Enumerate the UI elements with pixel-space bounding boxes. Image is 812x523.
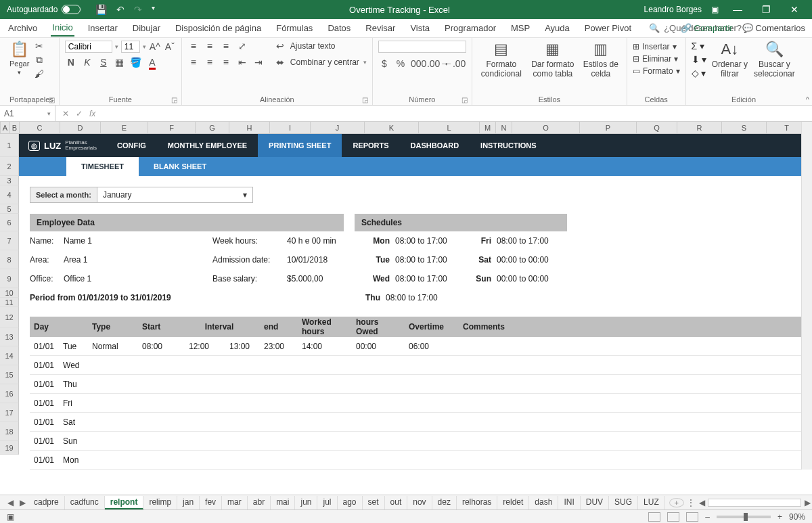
cut-icon[interactable]: ✂ bbox=[33, 41, 45, 51]
row-header[interactable]: 4 bbox=[0, 185, 19, 204]
cell-styles-button[interactable]: ▥Estilos de celda bbox=[581, 41, 621, 78]
align-middle-icon[interactable]: ≡ bbox=[204, 41, 216, 51]
tab-layout[interactable]: Disposición de página bbox=[174, 20, 263, 36]
row-header[interactable]: 5 bbox=[0, 204, 19, 214]
decrease-font-icon[interactable]: Aˇ bbox=[164, 41, 176, 52]
align-right-icon[interactable]: ≡ bbox=[220, 57, 232, 68]
comma-icon[interactable]: 000 bbox=[411, 58, 423, 69]
table-row[interactable]: 01/01TueNormal08:0012:0013:0023:0014:000… bbox=[30, 337, 801, 356]
paste-button[interactable]: 📋 Pegar ▾ bbox=[9, 41, 29, 76]
col-header[interactable]: L bbox=[419, 122, 480, 133]
row-header[interactable]: 11 bbox=[0, 298, 19, 307]
col-header[interactable]: O bbox=[512, 122, 580, 133]
italic-icon[interactable]: K bbox=[81, 57, 93, 68]
row-header[interactable]: 14 bbox=[0, 346, 19, 365]
orientation-icon[interactable]: ⤢ bbox=[236, 41, 248, 51]
confirm-formula-icon[interactable]: ✓ bbox=[76, 109, 83, 118]
table-row[interactable]: 01/01Wed bbox=[30, 356, 801, 375]
wrap-text-label[interactable]: Ajustar texto bbox=[290, 41, 336, 51]
clipboard-dialog-icon[interactable]: ◲ bbox=[49, 96, 55, 104]
col-header[interactable]: G bbox=[196, 122, 229, 133]
col-header[interactable]: N bbox=[496, 122, 512, 133]
name-box[interactable]: A1▾ bbox=[0, 106, 55, 121]
currency-icon[interactable]: $ bbox=[378, 58, 390, 69]
nav-reports[interactable]: REPORTS bbox=[342, 134, 399, 157]
qa-more-icon[interactable]: ▾ bbox=[152, 4, 155, 15]
indent-dec-icon[interactable]: ⇤ bbox=[236, 57, 248, 68]
row-header[interactable]: 1 bbox=[0, 134, 19, 157]
col-header[interactable]: C bbox=[20, 122, 60, 133]
border-icon[interactable]: ▦ bbox=[114, 57, 126, 68]
display-options-icon[interactable]: ▣ bbox=[711, 5, 719, 14]
col-header[interactable]: M bbox=[480, 122, 496, 133]
cancel-formula-icon[interactable]: ✕ bbox=[62, 109, 69, 118]
row-header[interactable]: 6 bbox=[0, 214, 19, 231]
col-header[interactable]: K bbox=[365, 122, 419, 133]
tab-insert[interactable]: Insertar bbox=[87, 20, 119, 36]
format-table-button[interactable]: ▦Dar formato como tabla bbox=[529, 41, 577, 78]
conditional-format-button[interactable]: ▤Formato condicional bbox=[478, 41, 525, 78]
close-button[interactable]: ✕ bbox=[785, 4, 804, 15]
col-header[interactable]: P bbox=[580, 122, 637, 133]
table-row[interactable]: 01/01Mon bbox=[30, 451, 801, 470]
fill-icon[interactable]: ⬇ ▾ bbox=[692, 54, 707, 65]
row-header[interactable]: 7 bbox=[0, 231, 19, 250]
row-header[interactable]: 10 bbox=[0, 288, 19, 298]
row-header[interactable]: 15 bbox=[0, 365, 19, 384]
collapse-ribbon-icon[interactable]: ^ bbox=[806, 95, 809, 104]
tab-data[interactable]: Datos bbox=[326, 20, 352, 36]
format-painter-icon[interactable]: 🖌 bbox=[33, 68, 45, 79]
minimize-button[interactable]: — bbox=[728, 4, 747, 15]
col-header[interactable]: A bbox=[1, 122, 10, 133]
fx-icon[interactable]: fx bbox=[89, 109, 95, 118]
col-header[interactable]: R bbox=[677, 122, 722, 133]
alignment-dialog-icon[interactable]: ◲ bbox=[362, 96, 368, 104]
save-icon[interactable]: 💾 bbox=[95, 4, 107, 15]
col-header[interactable]: F bbox=[148, 122, 196, 133]
subnav-blank-sheet[interactable]: BLANK SHEET bbox=[139, 157, 221, 176]
row-header[interactable]: 3 bbox=[0, 176, 19, 185]
row-header[interactable]: 8 bbox=[0, 250, 19, 269]
row-header[interactable]: 19 bbox=[0, 441, 19, 455]
col-header[interactable]: H bbox=[229, 122, 270, 133]
row-header[interactable]: 17 bbox=[0, 403, 19, 422]
format-cells-button[interactable]: ▭Formato ▾ bbox=[633, 65, 680, 77]
share-button[interactable]: 🔗 Compartir bbox=[681, 23, 733, 33]
align-top-icon[interactable]: ≡ bbox=[187, 41, 200, 51]
font-color-icon[interactable]: A bbox=[146, 57, 158, 68]
underline-icon[interactable]: S bbox=[97, 57, 110, 68]
copy-icon[interactable]: ⧉ bbox=[33, 54, 45, 66]
chevron-down-icon[interactable]: ▾ bbox=[115, 43, 118, 50]
tab-review[interactable]: Revisar bbox=[364, 20, 397, 36]
dec-decimal-icon[interactable]: ←.00 bbox=[443, 58, 455, 69]
col-header[interactable]: J bbox=[311, 122, 365, 133]
col-header[interactable]: Q bbox=[637, 122, 677, 133]
wrap-text-icon[interactable]: ↩ bbox=[274, 41, 286, 51]
row-header[interactable]: 16 bbox=[0, 384, 19, 403]
merge-label[interactable]: Combinar y centrar bbox=[290, 58, 359, 67]
nav-printing-sheet[interactable]: PRINTING SHEET bbox=[258, 134, 342, 157]
align-left-icon[interactable]: ≡ bbox=[187, 57, 200, 68]
font-size-input[interactable] bbox=[121, 41, 140, 53]
col-header[interactable]: I bbox=[270, 122, 311, 133]
row-header[interactable]: 2 bbox=[0, 157, 19, 176]
tab-powerpivot[interactable]: Power Pivot bbox=[583, 20, 633, 36]
indent-inc-icon[interactable]: ⇥ bbox=[252, 57, 265, 68]
fill-color-icon[interactable]: 🪣 bbox=[130, 57, 142, 68]
col-header[interactable]: S bbox=[722, 122, 767, 133]
table-row[interactable]: 01/01Thu bbox=[30, 375, 801, 394]
month-select[interactable]: January▾ bbox=[97, 187, 253, 203]
insert-cells-button[interactable]: ⊞Insertar ▾ bbox=[633, 41, 680, 53]
table-row[interactable]: 01/01Sun bbox=[30, 432, 801, 451]
subnav-timesheet[interactable]: TIMESHEET bbox=[66, 157, 139, 176]
tab-formulas[interactable]: Fórmulas bbox=[275, 20, 314, 36]
nav-dashboard[interactable]: DASHBOARD bbox=[400, 134, 470, 157]
bold-icon[interactable]: N bbox=[65, 57, 77, 68]
autosave-toggle[interactable] bbox=[62, 5, 81, 14]
nav-monthly-employee[interactable]: MONTHLY EMPLOYEE bbox=[157, 134, 258, 157]
font-dialog-icon[interactable]: ◲ bbox=[171, 96, 177, 104]
tab-msp[interactable]: MSP bbox=[510, 20, 531, 36]
merge-icon[interactable]: ⬌ bbox=[274, 57, 286, 68]
align-center-icon[interactable]: ≡ bbox=[204, 57, 216, 68]
col-header[interactable]: B bbox=[10, 122, 20, 133]
